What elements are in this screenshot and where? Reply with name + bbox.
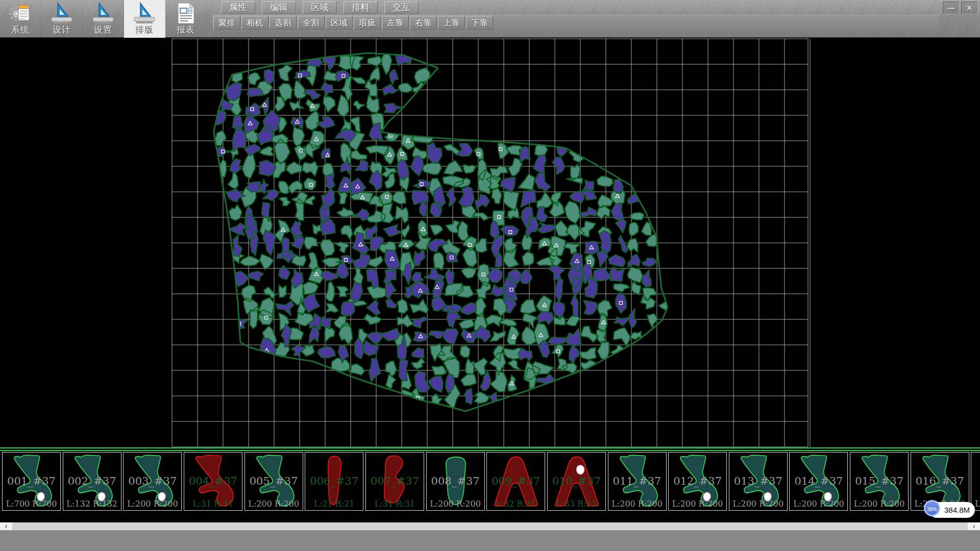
piece-thumbnail-11[interactable]: 011_#37L:200 R:200: [608, 452, 667, 511]
piece-lr-count: L:31 R:31: [366, 499, 424, 509]
piece-thumbnail-2[interactable]: 002_#37L:132 R:132: [63, 452, 121, 511]
piece-name: 011_#37: [608, 475, 666, 487]
layout-icon: [133, 2, 156, 25]
tool-button-8[interactable]: 右靠: [410, 16, 437, 30]
piece-lr-count: L:33 R:33: [548, 499, 605, 509]
tool-button-7[interactable]: 左靠: [382, 16, 409, 30]
tool-button-5[interactable]: 区域: [326, 16, 353, 30]
piece-lr-count: L:200 R:200: [729, 499, 787, 509]
tool-button-10[interactable]: 下靠: [466, 16, 493, 30]
scroll-right-arrow[interactable]: ›: [968, 522, 980, 530]
piece-thumbnail-7[interactable]: 007_#37L:31 R:31: [365, 452, 424, 511]
piece-name: 010_#37: [548, 475, 605, 487]
tool-button-row: 聚排相机选割全割区域瑕疵左靠右靠上靠下靠: [213, 16, 493, 30]
design-icon: [50, 2, 74, 25]
piece-name: 008_#37: [427, 475, 484, 487]
piece-name: 016_#37: [911, 475, 969, 487]
piece-lr-count: L:700 R:700: [3, 499, 60, 509]
settings-icon: [91, 2, 115, 25]
piece-name: 003_#37: [124, 475, 181, 487]
piece-name: 001_#37: [3, 475, 60, 487]
bottom-status-bar: [0, 530, 980, 551]
piece-lr-count: L:200 R:200: [608, 499, 666, 509]
tool-button-9[interactable]: 上靠: [438, 16, 465, 30]
piece-name: 014_#37: [790, 475, 847, 487]
layout-button[interactable]: 排版: [124, 0, 165, 38]
system-icon: [9, 2, 32, 25]
piece-lr-count: L:32 R:31: [487, 499, 545, 509]
window-controls: — ✕: [943, 2, 978, 14]
menu-tab-4[interactable]: 排料: [344, 1, 378, 14]
piece-name: 002_#37: [63, 475, 121, 487]
menu-tab-5[interactable]: 交互: [384, 1, 419, 14]
piece-thumbnail-3[interactable]: 003_#37L:200 R:200: [123, 452, 182, 511]
piece-lr-count: L:31 R:31: [184, 499, 242, 509]
layout-button-label: 排版: [124, 25, 165, 35]
memory-badge[interactable]: 384.8M 38%: [924, 500, 977, 520]
piece-name: 015_#37: [850, 475, 908, 487]
piece-name: 012_#37: [669, 475, 726, 487]
piece-lr-count: L:200 R:200: [124, 499, 181, 509]
settings-button[interactable]: 设置: [83, 0, 124, 38]
piece-thumbnail-14[interactable]: 014_#37L:200 R:200: [789, 452, 848, 511]
piece-thumbnail-10[interactable]: 010_#37L:33 R:33: [547, 452, 606, 511]
menu-tab-2[interactable]: 编辑: [262, 1, 296, 14]
percent-value: 38%: [924, 500, 940, 516]
piece-lr-count: L:200 R:200: [427, 499, 484, 509]
system-button[interactable]: 系统: [0, 0, 41, 38]
scroll-left-arrow[interactable]: ‹: [0, 522, 12, 530]
piece-thumbnail-8[interactable]: 008_#37L:200 R:200: [426, 452, 485, 511]
nesting-canvas-svg[interactable]: [0, 38, 980, 448]
scrollbar-track[interactable]: [12, 522, 968, 530]
piece-lr-count: L:200 R:200: [669, 499, 726, 509]
design-button-label: 设计: [41, 25, 82, 35]
report-icon: [174, 2, 198, 25]
piece-name: 005_#37: [245, 475, 303, 487]
piece-thumbnail-15[interactable]: 015_#37L:200 R:200: [850, 452, 909, 511]
tool-button-6[interactable]: 瑕疵: [354, 16, 381, 30]
main-button-group: 系统 设计 设置: [0, 0, 207, 38]
minimize-button[interactable]: —: [943, 2, 960, 14]
tool-button-2[interactable]: 相机: [241, 16, 268, 30]
piece-lr-count: L:132 R:132: [63, 499, 121, 509]
piece-name: 007_#37: [366, 475, 424, 487]
tool-button-4[interactable]: 全割: [298, 16, 325, 30]
menu-tab-3[interactable]: 区域: [303, 1, 337, 14]
piece-thumbnail-13[interactable]: 013_#37L:200 R:200: [729, 452, 788, 511]
settings-button-label: 设置: [83, 25, 124, 35]
piece-thumbnail-4[interactable]: 004_#37L:31 R:31: [184, 452, 242, 511]
tool-button-1[interactable]: 聚排: [213, 16, 240, 30]
close-button[interactable]: ✕: [961, 2, 978, 14]
horizontal-scrollbar[interactable]: ‹ ›: [0, 522, 980, 530]
nesting-canvas[interactable]: [0, 38, 980, 448]
main-toolbar: 系统 设计 设置: [0, 0, 980, 38]
report-button[interactable]: 报表: [165, 0, 207, 38]
piece-thumbnail-6[interactable]: 006_#37L:21 R:21: [305, 452, 363, 511]
pieces-strip: 001_#37L:700 R:700002_#37L:132 R:132003_…: [0, 451, 980, 512]
system-button-label: 系统: [0, 25, 41, 35]
piece-name: 009_#37: [487, 475, 545, 487]
strip-separator: [0, 447, 980, 451]
tool-button-3[interactable]: 选割: [270, 16, 297, 30]
piece-thumbnail-1[interactable]: 001_#37L:700 R:700: [2, 452, 61, 511]
piece-name: 006_#37: [305, 475, 363, 487]
piece-name: 004_#37: [184, 475, 242, 487]
design-button[interactable]: 设计: [41, 0, 83, 38]
piece-thumbnail-5[interactable]: 005_#37L:200 R:200: [244, 452, 303, 511]
piece-thumbnail-12[interactable]: 012_#37L:200 R:200: [668, 452, 727, 511]
piece-lr-count: L:21 R:21: [305, 499, 363, 509]
menu-tab-1[interactable]: 属性: [221, 1, 255, 14]
piece-name: 013_#37: [729, 475, 787, 487]
piece-lr-count: L:200 R:200: [850, 499, 908, 509]
app-window: 系统 设计 设置: [0, 0, 980, 551]
piece-thumbnail-9[interactable]: 009_#37L:32 R:31: [486, 452, 545, 511]
report-button-label: 报表: [165, 25, 206, 35]
menu-tab-row: 属性编辑区域排料交互: [221, 1, 419, 14]
piece-lr-count: L:200 R:200: [245, 499, 303, 509]
piece-lr-count: L:200 R:200: [790, 499, 847, 509]
